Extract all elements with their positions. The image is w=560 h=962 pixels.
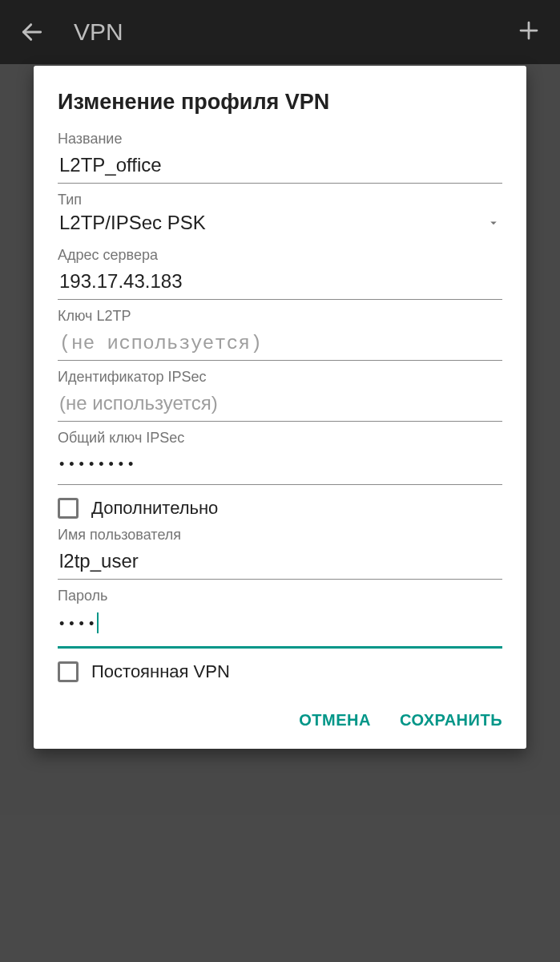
svg-marker-3 xyxy=(490,222,497,225)
username-input[interactable] xyxy=(58,545,502,580)
name-input[interactable] xyxy=(58,149,502,184)
advanced-label: Дополнительно xyxy=(91,498,218,519)
always-on-checkbox-row[interactable]: Постоянная VPN xyxy=(58,649,502,690)
back-button[interactable] xyxy=(19,19,45,45)
ipsec-psk-input[interactable]: •••••••• xyxy=(58,448,502,485)
type-value: L2TP/IPSec PSK xyxy=(59,212,486,234)
type-select[interactable]: L2TP/IPSec PSK xyxy=(58,210,502,239)
ipsec-id-input[interactable] xyxy=(58,387,502,422)
server-input[interactable] xyxy=(58,265,502,300)
ipsec-id-label: Идентификатор IPSec xyxy=(58,369,502,386)
type-label: Тип xyxy=(58,192,502,208)
add-button[interactable] xyxy=(517,18,541,46)
always-on-checkbox[interactable] xyxy=(58,661,79,682)
dialog-actions: ОТМЕНА СОХРАНИТЬ xyxy=(34,690,526,738)
plus-icon xyxy=(517,18,541,42)
password-input[interactable]: •••• xyxy=(58,606,502,649)
always-on-label: Постоянная VPN xyxy=(91,661,230,682)
text-caret xyxy=(97,612,99,633)
l2tp-key-input[interactable] xyxy=(58,326,502,361)
password-label: Пароль xyxy=(58,588,502,604)
password-mask: •••• xyxy=(59,616,99,632)
username-label: Имя пользователя xyxy=(58,527,502,544)
advanced-checkbox-row[interactable]: Дополнительно xyxy=(58,485,502,527)
advanced-checkbox[interactable] xyxy=(58,498,79,519)
cancel-button[interactable]: ОТМЕНА xyxy=(299,711,371,730)
app-bar-title: VPN xyxy=(74,18,517,46)
server-label: Адрес сервера xyxy=(58,247,502,264)
save-button[interactable]: СОХРАНИТЬ xyxy=(400,711,502,730)
name-label: Название xyxy=(58,131,502,148)
app-bar: VPN xyxy=(0,0,560,64)
dialog-title: Изменение профиля VPN xyxy=(58,90,502,115)
l2tp-key-label: Ключ L2TP xyxy=(58,308,502,325)
ipsec-psk-label: Общий ключ IPSec xyxy=(58,430,502,447)
arrow-left-icon xyxy=(19,19,45,45)
caret-down-icon xyxy=(486,216,501,230)
edit-vpn-dialog: Изменение профиля VPN Название Тип L2TP/… xyxy=(34,66,526,749)
